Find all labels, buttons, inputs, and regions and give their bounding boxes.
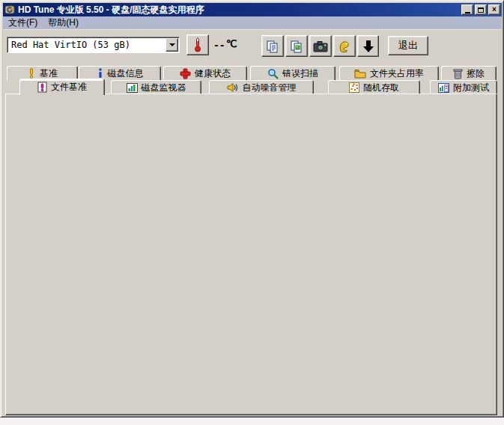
screenshot-button[interactable] xyxy=(309,35,332,57)
tab-extra-tests[interactable]: 附加测试 xyxy=(430,80,497,94)
tab-erase-label: 擦除 xyxy=(467,67,485,80)
info-icon xyxy=(97,68,104,79)
disk-monitor-icon xyxy=(127,83,138,93)
copy-text-button[interactable] xyxy=(261,35,284,57)
menu-bar: 文件(F) 帮助(H) xyxy=(3,16,502,29)
minimize-button[interactable] xyxy=(461,4,473,15)
close-button[interactable]: × xyxy=(488,4,500,15)
copy-image-icon xyxy=(290,40,303,53)
camera-icon xyxy=(313,40,328,52)
tab-health-label: 健康状态 xyxy=(195,67,231,80)
drive-select-value: Red Hat VirtIO (53 gB) xyxy=(7,40,130,50)
temperature-value: -- xyxy=(213,40,225,51)
app-window: HD Tune 专业版 5.50 - 硬盘/固态硬盘实用程序 × 文件(F) 帮… xyxy=(0,0,504,418)
scan-magnifier-icon xyxy=(267,68,279,79)
menu-help[interactable]: 帮助(H) xyxy=(43,16,84,30)
exclamation-icon xyxy=(27,68,36,79)
tab-error-scan[interactable]: 错误扫描 xyxy=(250,66,336,80)
tab-aam[interactable]: 自动噪音管理 xyxy=(209,80,314,94)
donate-icon xyxy=(338,40,351,53)
random-access-icon xyxy=(349,82,359,93)
exit-button[interactable]: 退出 xyxy=(388,36,428,55)
temperature-unit: ℃ xyxy=(226,38,237,49)
minimize-icon xyxy=(465,12,470,13)
thermometer-icon xyxy=(192,37,203,52)
tab-error-scan-label: 错误扫描 xyxy=(282,67,318,80)
copy-image-button[interactable] xyxy=(285,35,308,57)
tab-extra-tests-label: 附加测试 xyxy=(453,82,489,94)
file-benchmark-panel xyxy=(5,94,497,415)
extra-tests-icon xyxy=(438,83,449,93)
health-cross-icon xyxy=(180,68,191,79)
maximize-button[interactable] xyxy=(475,4,487,15)
title-bar: HD Tune 专业版 5.50 - 硬盘/固态硬盘实用程序 × xyxy=(3,3,502,16)
tab-file-benchmark[interactable]: 文件基准 xyxy=(19,79,105,95)
window-title: HD Tune 专业版 5.50 - 硬盘/固态硬盘实用程序 xyxy=(18,4,204,16)
chevron-down-icon xyxy=(169,43,175,49)
tab-folder-usage[interactable]: 文件夹占用率 xyxy=(339,66,439,80)
maximize-icon xyxy=(478,7,484,13)
donate-button[interactable] xyxy=(333,35,356,57)
save-results-button[interactable] xyxy=(357,35,379,57)
folder-icon xyxy=(354,69,366,79)
tab-disk-monitor-label: 磁盘监视器 xyxy=(142,82,186,94)
tab-folder-usage-label: 文件夹占用率 xyxy=(370,67,424,80)
speaker-icon xyxy=(227,82,239,93)
tab-random-access[interactable]: 随机存取 xyxy=(328,80,420,94)
tab-benchmark-label: 基准 xyxy=(40,67,58,80)
drive-select[interactable]: Red Hat VirtIO (53 gB) xyxy=(7,37,180,53)
menu-file[interactable]: 文件(F) xyxy=(3,16,43,30)
tab-disk-info-label: 磁盘信息 xyxy=(108,67,144,80)
tab-erase[interactable]: 擦除 xyxy=(441,66,497,80)
drive-select-arrow[interactable] xyxy=(166,38,178,52)
trash-icon xyxy=(453,68,463,79)
tab-aam-label: 自动噪音管理 xyxy=(243,82,297,94)
tab-random-access-label: 随机存取 xyxy=(363,82,399,94)
temperature-button[interactable] xyxy=(186,34,209,55)
copy-text-icon xyxy=(266,40,279,53)
exit-button-label: 退出 xyxy=(398,39,418,52)
app-icon xyxy=(4,4,15,15)
tab-health[interactable]: 健康状态 xyxy=(163,66,247,80)
file-benchmark-icon xyxy=(37,82,47,93)
tab-disk-monitor[interactable]: 磁盘监视器 xyxy=(111,80,201,94)
close-icon: × xyxy=(492,6,497,13)
download-arrow-icon xyxy=(362,40,374,53)
tab-file-benchmark-label: 文件基准 xyxy=(51,81,87,94)
